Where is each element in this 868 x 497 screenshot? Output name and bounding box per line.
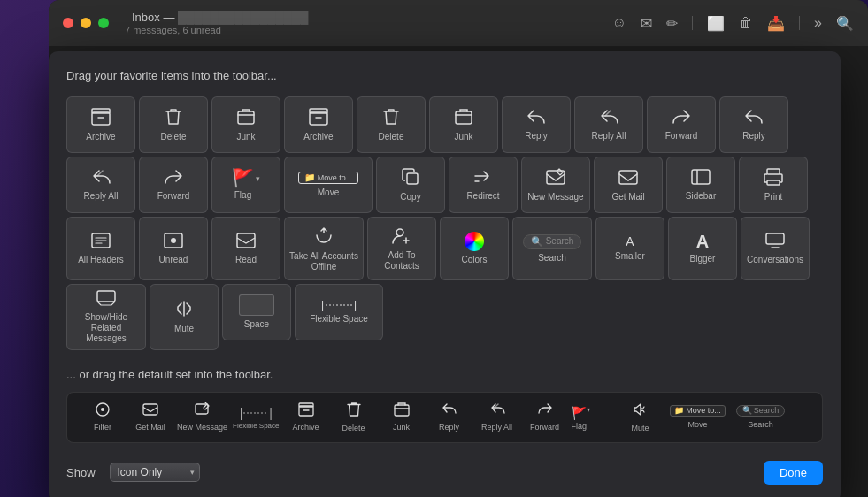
item-getmail-label: Get Mail bbox=[611, 192, 644, 203]
default-move[interactable]: 📁Move to... Move bbox=[667, 405, 729, 430]
item-delete-1[interactable]: Delete bbox=[139, 96, 208, 153]
item-space[interactable]: Space bbox=[222, 284, 291, 340]
default-forward[interactable]: Forward bbox=[524, 402, 566, 432]
svg-rect-11 bbox=[767, 169, 780, 174]
default-filter[interactable]: Filter bbox=[81, 402, 124, 432]
svg-rect-15 bbox=[237, 233, 255, 248]
default-getmail[interactable]: Get Mail bbox=[129, 402, 172, 432]
item-sidebar[interactable]: Sidebar bbox=[666, 157, 735, 213]
item-delete-2[interactable]: Delete bbox=[357, 96, 426, 153]
item-conversations[interactable]: Conversations bbox=[741, 217, 810, 280]
svg-rect-1 bbox=[92, 109, 110, 113]
envelope-icon[interactable]: ✉ bbox=[641, 15, 652, 32]
item-junk-1[interactable]: Junk bbox=[211, 96, 280, 153]
item-junk-2[interactable]: Junk bbox=[429, 96, 498, 153]
close-button[interactable] bbox=[63, 18, 73, 28]
item-getmail[interactable]: Get Mail bbox=[594, 157, 663, 213]
default-filter-icon bbox=[95, 402, 111, 419]
item-flexspace[interactable]: | | Flexible Space bbox=[295, 284, 383, 340]
item-smaller[interactable]: A Smaller bbox=[595, 217, 664, 280]
item-read[interactable]: Read bbox=[211, 217, 280, 280]
item-search[interactable]: 🔍Search Search bbox=[512, 217, 592, 280]
default-replyall[interactable]: Reply All bbox=[476, 402, 518, 432]
maximize-button[interactable] bbox=[98, 18, 109, 28]
item-forward-1[interactable]: Forward bbox=[647, 96, 716, 153]
item-replyall-1[interactable]: Reply All bbox=[574, 96, 643, 153]
item-flag-label: Flag bbox=[234, 190, 251, 201]
titlebar: Inbox — ████████████████ 7 messages, 6 u… bbox=[49, 0, 868, 46]
default-reply[interactable]: Reply bbox=[428, 402, 471, 432]
replyall2-icon bbox=[90, 169, 111, 187]
archive-icon[interactable]: 📥 bbox=[767, 15, 785, 32]
default-newmsg[interactable]: New Message bbox=[177, 402, 227, 432]
item-move[interactable]: 📁Move to... Move bbox=[284, 157, 373, 213]
item-redirect[interactable]: Redirect bbox=[449, 157, 518, 213]
colors-icon bbox=[465, 232, 484, 251]
item-copy[interactable]: Copy bbox=[376, 157, 445, 213]
item-print-label: Print bbox=[764, 192, 783, 203]
default-junk[interactable]: Junk bbox=[380, 402, 423, 432]
item-search-label: Search bbox=[538, 253, 566, 264]
svg-rect-18 bbox=[97, 291, 115, 302]
bigger-icon: A bbox=[696, 233, 709, 250]
item-colors[interactable]: Colors bbox=[440, 217, 509, 280]
search-icon[interactable]: 🔍 bbox=[836, 15, 854, 32]
svg-rect-0 bbox=[92, 112, 110, 125]
item-reply-1[interactable]: Reply bbox=[502, 96, 571, 153]
item-forward-1-label: Forward bbox=[665, 131, 698, 141]
item-archive-1[interactable]: Archive bbox=[66, 96, 135, 153]
default-search[interactable]: 🔍Search Search bbox=[734, 405, 787, 430]
done-button[interactable]: Done bbox=[764, 461, 823, 485]
item-takeoffline[interactable]: Take All Accounts Offline bbox=[284, 217, 364, 280]
modal-header-text: Drag your favorite items into the toolba… bbox=[66, 69, 823, 82]
default-flexspace[interactable]: | | Flexible Space bbox=[233, 404, 279, 431]
emoji-icon[interactable]: ☺ bbox=[612, 15, 626, 31]
svg-rect-2 bbox=[238, 111, 254, 124]
default-newmsg-icon bbox=[195, 402, 211, 419]
default-toolbar-strip[interactable]: Filter Get Mail New Message | | Flexible… bbox=[66, 392, 823, 443]
item-mute[interactable]: Mute bbox=[150, 284, 219, 350]
item-sidebar-label: Sidebar bbox=[686, 191, 716, 202]
replyall-icon bbox=[598, 109, 619, 127]
item-newmessage[interactable]: New Message bbox=[521, 157, 590, 213]
item-allheaders[interactable]: All Headers bbox=[66, 217, 135, 280]
item-replyall-1-label: Reply All bbox=[592, 131, 626, 141]
item-allheaders-label: All Headers bbox=[78, 255, 124, 265]
item-reply-2[interactable]: Reply bbox=[719, 96, 788, 153]
item-forward-2[interactable]: Forward bbox=[139, 157, 208, 213]
item-archive-2-label: Archive bbox=[303, 132, 333, 142]
space-icon bbox=[239, 294, 274, 316]
item-archive-2[interactable]: Archive bbox=[284, 96, 353, 153]
item-addcontacts-label: Add To Contacts bbox=[372, 250, 432, 271]
item-replyall-2[interactable]: Reply All bbox=[66, 157, 135, 213]
show-select-wrapper[interactable]: Icon Only Icon and Text Text Only ▾ bbox=[110, 463, 200, 482]
default-forward-label: Forward bbox=[530, 423, 559, 432]
minimize-button[interactable] bbox=[81, 18, 91, 28]
trash-icon[interactable]: 🗑 bbox=[739, 15, 753, 31]
item-showhide-label: Show/Hide Related Messages bbox=[71, 312, 142, 344]
titlebar-actions: ☺ ✉ ✏ ⬜ 🗑 📥 » 🔍 bbox=[612, 15, 854, 32]
item-bigger[interactable]: A Bigger bbox=[668, 217, 737, 280]
item-flag[interactable]: 🚩 Flag ▾ bbox=[211, 157, 280, 213]
reply2-icon bbox=[744, 109, 764, 127]
item-addcontacts[interactable]: Add To Contacts bbox=[367, 217, 436, 280]
item-unread[interactable]: Unread bbox=[139, 217, 208, 280]
compose-icon[interactable]: ✏ bbox=[666, 15, 678, 32]
item-print[interactable]: Print bbox=[739, 157, 808, 213]
svg-rect-3 bbox=[310, 112, 327, 125]
show-select[interactable]: Icon Only Icon and Text Text Only bbox=[110, 463, 200, 482]
more-icon[interactable]: » bbox=[814, 15, 822, 31]
default-mute[interactable]: Mute bbox=[619, 401, 662, 433]
default-archive[interactable]: Archive bbox=[285, 402, 327, 432]
search-field-icon: 🔍Search bbox=[523, 234, 582, 249]
item-showhide[interactable]: Show/Hide Related Messages bbox=[66, 284, 146, 350]
flag-chevron: ▾ bbox=[256, 174, 260, 183]
unread-icon bbox=[164, 233, 183, 251]
default-delete[interactable]: Delete bbox=[333, 401, 375, 433]
default-reply-icon bbox=[442, 402, 457, 419]
flexspace-icon: | | bbox=[321, 300, 357, 310]
svg-rect-26 bbox=[299, 403, 313, 407]
filter-icon[interactable]: ⬜ bbox=[707, 15, 725, 32]
flag-icon: 🚩 bbox=[232, 169, 254, 187]
default-flag[interactable]: 🚩 Flag ▾ bbox=[572, 404, 614, 432]
